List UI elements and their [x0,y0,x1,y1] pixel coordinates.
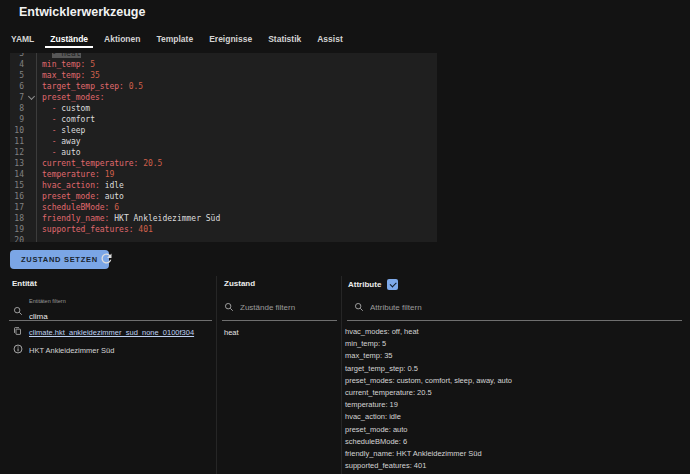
state-yaml-editor[interactable]: 3 - heat4min_temp: 55max_temp: 356target… [10,53,437,242]
search-icon [13,306,23,316]
code-text: current_temperature: 20.5 [37,158,162,169]
entity-friendly-name: HKT Ankleidezimmer Süd [29,346,114,355]
entity-state: heat [224,328,239,337]
tab-statistik[interactable]: Statistik [260,30,309,48]
column-divider [341,276,342,474]
copy-icon[interactable] [13,326,22,336]
tab-aktionen[interactable]: Aktionen [96,30,148,48]
state-filter-input[interactable] [240,303,330,312]
editor-line[interactable]: 19supported_features: 401 [10,224,437,235]
editor-line[interactable]: 15hvac_action: idle [10,180,437,191]
column-header-entity-label: Entität [12,279,37,288]
line-number: 7 [10,92,37,103]
editor-line[interactable]: 7preset_modes: [10,92,437,103]
code-text: supported_features: 401 [37,224,153,235]
attribute-filter [354,302,660,312]
tab-template[interactable]: Template [148,30,201,48]
fold-chevron-icon[interactable] [28,93,35,100]
attribute-line: max_temp: 35 [345,350,685,362]
column-header-state: Zustand [224,279,255,288]
line-number: 18 [10,213,37,224]
set-state-button[interactable]: ZUSTAND SETZEN [10,250,109,269]
line-number: 9 [10,114,37,125]
tab-zustaende[interactable]: Zustände [42,30,96,48]
line-number: 12 [10,147,37,158]
editor-lines: 3 - heat4min_temp: 55max_temp: 356target… [10,53,437,242]
line-number: 11 [10,136,37,147]
editor-line[interactable]: 6target_temp_step: 0.5 [10,81,437,92]
search-icon [354,302,364,312]
code-text: target_temp_step: 0.5 [37,81,143,92]
code-text: - custom [37,103,90,114]
editor-line[interactable]: 4min_temp: 5 [10,59,437,70]
editor-line[interactable]: 10 - sleep [10,125,437,136]
attributes-cell: hvac_modes: off, heatmin_temp: 5max_temp… [345,326,685,472]
line-number: 16 [10,191,37,202]
line-number: 20 [10,235,37,242]
code-text: preset_modes: [37,92,105,103]
line-number: 14 [10,169,37,180]
tab-yaml[interactable]: YAML [3,30,42,48]
code-text: - comfort [37,114,95,125]
attributes-checkbox[interactable] [387,279,398,290]
code-text: preset_mode: auto [37,191,124,202]
filter-underline [347,320,682,321]
search-icon [224,302,234,312]
attribute-filter-input[interactable] [370,303,660,312]
editor-line[interactable]: 14temperature: 19 [10,169,437,180]
line-number: 8 [10,103,37,114]
editor-line[interactable]: 12 - auto [10,147,437,158]
column-header-attributes-label: Attribute [348,280,381,289]
editor-line[interactable]: 16preset_mode: auto [10,191,437,202]
attribute-line: temperature: 19 [345,399,685,411]
editor-line[interactable]: 17scheduleBMode: 6 [10,202,437,213]
editor-line[interactable]: 20 [10,235,437,242]
code-text: scheduleBMode: 6 [37,202,119,213]
attribute-line: supported_features: 401 [345,460,685,472]
editor-line[interactable]: 8 - custom [10,103,437,114]
attribute-line: hvac_action: idle [345,411,685,423]
attribute-line: min_temp: 5 [345,338,685,350]
attribute-line: current_temperature: 20.5 [345,387,685,399]
refresh-icon[interactable] [99,251,114,266]
line-number: 6 [10,81,37,92]
code-text: min_temp: 5 [37,59,95,70]
column-divider [216,276,217,474]
code-text: - sleep [37,125,85,136]
attribute-line: hvac_modes: off, heat [345,326,685,338]
editor-line[interactable]: 18friendly_name: HKT Ankleidezimmer Süd [10,213,437,224]
editor-line[interactable]: 11 - away [10,136,437,147]
column-header-state-label: Zustand [224,279,255,288]
attribute-line: friendly_name: HKT Ankleidezimmer Süd [345,448,685,460]
line-number: 13 [10,158,37,169]
filter-underline [222,320,337,321]
state-filter [224,302,330,312]
entity-filter-label: Entitäten filtern [29,298,169,304]
info-icon[interactable] [13,344,23,354]
column-header-attributes: Attribute [348,279,398,290]
line-number: 17 [10,202,37,213]
code-text: max_temp: 35 [37,70,100,81]
line-number: 10 [10,125,37,136]
line-number: 19 [10,224,37,235]
tab-ereignisse[interactable]: Ereignisse [201,30,260,48]
editor-line[interactable]: 5max_temp: 35 [10,70,437,81]
column-header-entity: Entität [12,279,37,288]
code-text: temperature: 19 [37,169,114,180]
code-text [37,235,42,242]
code-text: - away [37,136,81,147]
entity-id-link[interactable]: climate.hkt_ankleidezimmer_sud_none_0100… [29,328,194,337]
attribute-line: preset_modes: custom, comfort, sleep, aw… [345,375,685,387]
line-number: 15 [10,180,37,191]
line-number: 4 [10,59,37,70]
attribute-line: preset_mode: auto [345,424,685,436]
line-number: 5 [10,70,37,81]
attribute-line: scheduleBMode: 6 [345,436,685,448]
editor-line[interactable]: 13current_temperature: 20.5 [10,158,437,169]
code-text: hvac_action: idle [37,180,124,191]
tab-assist[interactable]: Assist [309,30,351,48]
code-text: - auto [37,147,81,158]
page-title: Entwicklerwerkzeuge [19,5,145,19]
editor-line[interactable]: 9 - comfort [10,114,437,125]
attribute-line: target_temp_step: 0.5 [345,363,685,375]
